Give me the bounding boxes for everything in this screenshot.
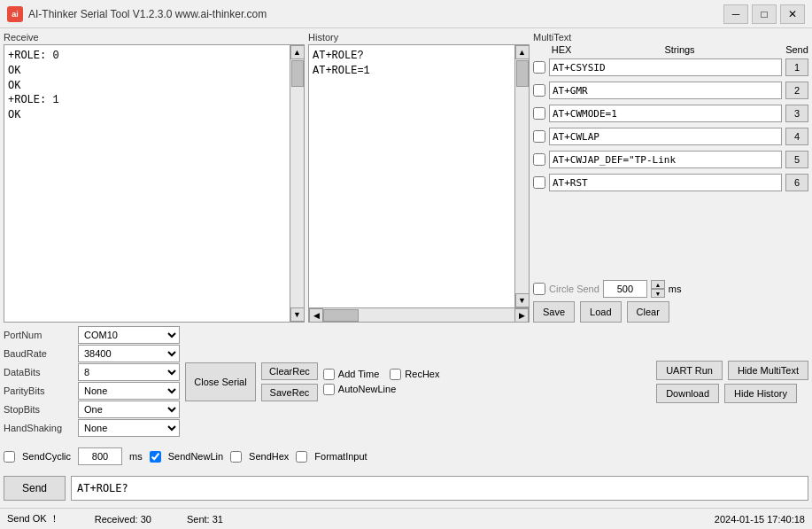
history-panel: History AT+ROLE? AT+ROLE=1 ▲ ▼ ◀ <box>308 32 530 323</box>
datetime-status: 2024-01-15 17:40:18 <box>715 514 805 525</box>
send-section: SendCyclic ms SendNewLin SendHex FormatI… <box>4 440 808 472</box>
mt-send-btn-6[interactable]: 6 <box>785 174 808 191</box>
history-scrollbar-h[interactable]: ◀ ▶ <box>309 307 529 322</box>
clearrec-button[interactable]: ClearRec <box>261 362 318 380</box>
history-scroll-down[interactable]: ▼ <box>515 293 530 307</box>
mt-hex-cb-1[interactable] <box>533 61 545 74</box>
top-section: Receive +ROLE: 0 OK OK +ROLE: 1 OK ▲ ▼ H… <box>4 32 808 323</box>
strings-col-label: Strings <box>577 44 782 55</box>
history-scroll-thumb[interactable] <box>516 60 529 87</box>
close-serial-button[interactable]: Close Serial <box>185 362 256 401</box>
mt-hex-cb-2[interactable] <box>533 84 545 97</box>
history-scroll-left[interactable]: ◀ <box>309 308 323 323</box>
sendnewlin-label: SendNewLin <box>168 451 223 462</box>
multitext-panel: MultiText HEX Strings Send 1 2 <box>533 32 808 323</box>
scroll-up-btn[interactable]: ▲ <box>290 45 305 59</box>
download-button[interactable]: Download <box>656 384 719 403</box>
databits-select[interactable]: 8 <box>78 363 180 381</box>
portnum-label: PortNum <box>4 330 74 340</box>
circle-send-row: Circle Send ▲ ▼ ms <box>533 280 808 298</box>
history-h-thumb[interactable] <box>323 309 359 322</box>
autonewline-checkbox[interactable] <box>323 384 335 395</box>
app-title: AI-Thinker Serial Tool V1.2.3.0 www.ai-t… <box>28 8 723 20</box>
stopbits-select[interactable]: One <box>78 401 180 418</box>
sendhex-label: SendHex <box>249 451 289 462</box>
title-bar: ai AI-Thinker Serial Tool V1.2.3.0 www.a… <box>0 0 812 28</box>
hex-col-label: HEX <box>549 44 574 55</box>
mt-send-btn-1[interactable]: 1 <box>785 58 808 76</box>
mt-input-3[interactable] <box>549 105 782 122</box>
databits-label: DataBits <box>4 367 74 377</box>
mt-input-5[interactable] <box>549 151 782 168</box>
mt-input-2[interactable] <box>549 82 782 99</box>
sendcyclic-input[interactable] <box>78 447 122 465</box>
minimize-button[interactable]: ─ <box>723 4 748 24</box>
uart-run-button[interactable]: UART Run <box>656 361 723 380</box>
mt-send-btn-5[interactable]: 5 <box>785 151 808 168</box>
status-bar: Send OK ！ Received: 30 Sent: 31 2024-01-… <box>0 508 812 529</box>
scroll-thumb[interactable] <box>291 60 304 87</box>
close-button[interactable]: ✕ <box>780 4 805 24</box>
mt-send-btn-2[interactable]: 2 <box>785 82 808 99</box>
mt-hex-cb-6[interactable] <box>533 176 545 189</box>
mt-hex-cb-3[interactable] <box>533 107 545 120</box>
rechex-checkbox[interactable] <box>390 369 401 380</box>
autonewline-label: AutoNewLine <box>338 384 396 394</box>
baudrate-label: BaudRate <box>4 348 74 359</box>
receive-scrollbar[interactable]: ▲ ▼ <box>290 45 304 322</box>
receive-label: Receive <box>4 32 305 43</box>
scroll-down-btn[interactable]: ▼ <box>290 307 305 322</box>
hide-multitext-button[interactable]: Hide MultiText <box>728 361 808 380</box>
formatinput-checkbox[interactable] <box>296 451 307 463</box>
add-time-label: Add Time <box>338 369 379 379</box>
saverec-button[interactable]: SaveRec <box>261 384 318 401</box>
send-input[interactable] <box>71 476 808 501</box>
multitext-row-2: 2 <box>533 80 808 101</box>
receive-panel: Receive +ROLE: 0 OK OK +ROLE: 1 OK ▲ ▼ <box>4 32 305 323</box>
handshaking-select[interactable]: None <box>78 419 180 437</box>
history-scroll-up[interactable]: ▲ <box>515 45 530 59</box>
mt-send-btn-3[interactable]: 3 <box>785 105 808 122</box>
mt-hex-cb-4[interactable] <box>533 130 545 143</box>
sendcyclic-checkbox[interactable] <box>4 451 15 463</box>
handshaking-label: HandShaking <box>4 423 74 433</box>
baudrate-select[interactable]: 38400 <box>78 345 180 362</box>
mt-hex-cb-5[interactable] <box>533 153 545 166</box>
sendnewlin-checkbox[interactable] <box>150 451 161 463</box>
mt-input-6[interactable] <box>549 174 782 191</box>
mt-send-btn-4[interactable]: 4 <box>785 128 808 145</box>
mt-input-1[interactable] <box>549 58 782 76</box>
add-time-row: Add Time RecHex <box>323 369 440 380</box>
history-scroll-track[interactable] <box>515 59 529 293</box>
spin-up-btn[interactable]: ▲ <box>651 280 665 289</box>
hide-history-button[interactable]: Hide History <box>724 384 797 403</box>
history-scrollbar-v[interactable]: ▲ ▼ <box>514 45 529 307</box>
middle-row: PortNum COM10 BaudRate 38400 DataBits 8 … <box>4 326 808 437</box>
sendhex-checkbox[interactable] <box>230 451 242 463</box>
circle-send-checkbox[interactable] <box>533 283 545 295</box>
history-h-track[interactable] <box>323 308 514 322</box>
history-scroll-right[interactable]: ▶ <box>514 308 529 323</box>
maximize-button[interactable]: □ <box>752 4 777 24</box>
right-btn-row2: Download Hide History <box>656 384 808 403</box>
clear-button[interactable]: Clear <box>627 301 669 323</box>
scroll-track[interactable] <box>290 59 304 307</box>
save-button[interactable]: Save <box>533 301 575 323</box>
add-time-checkbox[interactable] <box>323 369 335 380</box>
send-button[interactable]: Send <box>4 476 66 501</box>
received-status: Received: 30 <box>95 514 151 525</box>
portnum-select[interactable]: COM10 <box>78 326 180 344</box>
multitext-actions: Save Load Clear <box>533 301 808 323</box>
send-input-row: Send <box>4 476 808 504</box>
spin-down-btn[interactable]: ▼ <box>651 289 665 298</box>
multitext-row-5: 5 <box>533 149 808 170</box>
load-button[interactable]: Load <box>580 301 621 323</box>
mt-input-4[interactable] <box>549 128 782 145</box>
multitext-header: MultiText <box>533 32 808 43</box>
history-text: AT+ROLE? AT+ROLE=1 <box>309 45 514 307</box>
circle-send-spinner: ▲ ▼ <box>651 280 665 298</box>
right-buttons: UART Run Hide MultiText Download Hide Hi… <box>656 361 808 403</box>
paritybits-select[interactable]: None <box>78 382 180 400</box>
circle-send-input[interactable] <box>603 280 647 298</box>
window-controls: ─ □ ✕ <box>723 4 805 24</box>
